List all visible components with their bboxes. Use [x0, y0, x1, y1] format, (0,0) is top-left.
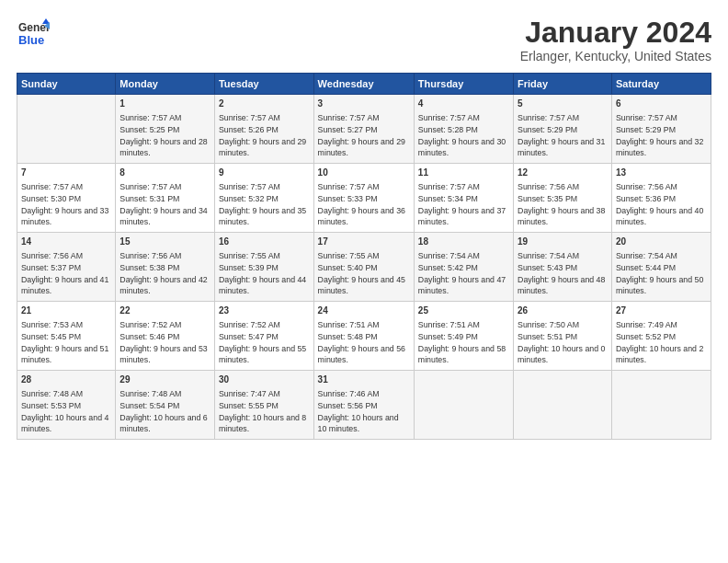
day-info: Sunrise: 7:57 AM Sunset: 5:30 PM Dayligh…	[21, 181, 111, 228]
header-monday: Monday	[116, 74, 215, 95]
day-number: 14	[21, 236, 111, 248]
day-cell: 4Sunrise: 7:57 AM Sunset: 5:28 PM Daylig…	[414, 95, 513, 164]
day-info: Sunrise: 7:56 AM Sunset: 5:35 PM Dayligh…	[518, 181, 608, 228]
day-number: 10	[318, 167, 410, 179]
day-cell: 21Sunrise: 7:53 AM Sunset: 5:45 PM Dayli…	[17, 302, 116, 371]
day-info: Sunrise: 7:57 AM Sunset: 5:33 PM Dayligh…	[318, 181, 410, 228]
day-info: Sunrise: 7:48 AM Sunset: 5:53 PM Dayligh…	[21, 388, 111, 435]
day-number: 7	[21, 167, 111, 179]
day-number: 18	[418, 236, 509, 248]
day-cell: 19Sunrise: 7:54 AM Sunset: 5:43 PM Dayli…	[514, 233, 612, 302]
header-friday: Friday	[514, 74, 612, 95]
day-info: Sunrise: 7:57 AM Sunset: 5:34 PM Dayligh…	[418, 181, 509, 228]
day-cell: 8Sunrise: 7:57 AM Sunset: 5:31 PM Daylig…	[116, 164, 215, 233]
logo-icon: General Blue	[17, 17, 50, 50]
day-cell: 15Sunrise: 7:56 AM Sunset: 5:38 PM Dayli…	[116, 233, 215, 302]
day-info: Sunrise: 7:57 AM Sunset: 5:27 PM Dayligh…	[318, 112, 410, 159]
day-info: Sunrise: 7:52 AM Sunset: 5:46 PM Dayligh…	[119, 319, 210, 366]
day-number: 3	[318, 98, 410, 110]
day-cell: 28Sunrise: 7:48 AM Sunset: 5:53 PM Dayli…	[17, 371, 116, 440]
day-info: Sunrise: 7:51 AM Sunset: 5:48 PM Dayligh…	[318, 319, 410, 366]
day-info: Sunrise: 7:54 AM Sunset: 5:43 PM Dayligh…	[518, 250, 608, 297]
day-number: 28	[21, 373, 111, 386]
header-row: Sunday Monday Tuesday Wednesday Thursday…	[17, 74, 711, 95]
day-info: Sunrise: 7:47 AM Sunset: 5:55 PM Dayligh…	[219, 388, 310, 435]
header: General Blue January 2024 Erlanger, Kent…	[17, 17, 711, 63]
day-info: Sunrise: 7:57 AM Sunset: 5:29 PM Dayligh…	[616, 112, 707, 159]
day-number: 26	[518, 304, 608, 317]
day-number: 9	[219, 167, 310, 179]
header-saturday: Saturday	[611, 74, 711, 95]
day-number: 2	[219, 98, 310, 110]
month-title: January 2024	[520, 17, 711, 49]
day-cell: 3Sunrise: 7:57 AM Sunset: 5:27 PM Daylig…	[313, 95, 414, 164]
day-cell: 25Sunrise: 7:51 AM Sunset: 5:49 PM Dayli…	[414, 302, 513, 371]
day-number: 31	[318, 373, 410, 386]
day-number: 16	[219, 236, 310, 248]
day-number: 17	[318, 236, 410, 248]
week-row-0: 1Sunrise: 7:57 AM Sunset: 5:25 PM Daylig…	[17, 95, 711, 164]
day-number: 25	[418, 304, 509, 317]
day-cell: 17Sunrise: 7:55 AM Sunset: 5:40 PM Dayli…	[313, 233, 414, 302]
day-cell: 2Sunrise: 7:57 AM Sunset: 5:26 PM Daylig…	[214, 95, 313, 164]
day-info: Sunrise: 7:56 AM Sunset: 5:37 PM Dayligh…	[21, 250, 111, 297]
day-number: 12	[518, 167, 608, 179]
week-row-1: 7Sunrise: 7:57 AM Sunset: 5:30 PM Daylig…	[17, 164, 711, 233]
week-row-3: 21Sunrise: 7:53 AM Sunset: 5:45 PM Dayli…	[17, 302, 711, 371]
day-info: Sunrise: 7:54 AM Sunset: 5:44 PM Dayligh…	[616, 250, 707, 297]
day-number: 6	[616, 98, 707, 110]
day-number: 20	[616, 236, 707, 248]
day-cell: 14Sunrise: 7:56 AM Sunset: 5:37 PM Dayli…	[17, 233, 116, 302]
day-number: 4	[418, 98, 509, 110]
title-section: January 2024 Erlanger, Kentucky, United …	[520, 17, 711, 63]
day-cell: 10Sunrise: 7:57 AM Sunset: 5:33 PM Dayli…	[313, 164, 414, 233]
day-cell: 20Sunrise: 7:54 AM Sunset: 5:44 PM Dayli…	[611, 233, 711, 302]
day-number: 21	[21, 304, 111, 317]
day-cell: 6Sunrise: 7:57 AM Sunset: 5:29 PM Daylig…	[611, 95, 711, 164]
day-number: 23	[219, 304, 310, 317]
logo: General Blue	[17, 17, 50, 50]
day-info: Sunrise: 7:52 AM Sunset: 5:47 PM Dayligh…	[219, 319, 310, 366]
day-info: Sunrise: 7:57 AM Sunset: 5:25 PM Dayligh…	[119, 112, 210, 159]
day-info: Sunrise: 7:54 AM Sunset: 5:42 PM Dayligh…	[418, 250, 509, 297]
day-cell: 26Sunrise: 7:50 AM Sunset: 5:51 PM Dayli…	[514, 302, 612, 371]
day-info: Sunrise: 7:46 AM Sunset: 5:56 PM Dayligh…	[318, 388, 410, 435]
day-info: Sunrise: 7:50 AM Sunset: 5:51 PM Dayligh…	[518, 319, 608, 366]
day-cell: 22Sunrise: 7:52 AM Sunset: 5:46 PM Dayli…	[116, 302, 215, 371]
day-info: Sunrise: 7:55 AM Sunset: 5:40 PM Dayligh…	[318, 250, 410, 297]
day-number: 29	[119, 373, 210, 386]
day-number: 11	[418, 167, 509, 179]
day-info: Sunrise: 7:57 AM Sunset: 5:31 PM Dayligh…	[119, 181, 210, 228]
day-info: Sunrise: 7:56 AM Sunset: 5:38 PM Dayligh…	[119, 250, 210, 297]
day-info: Sunrise: 7:57 AM Sunset: 5:32 PM Dayligh…	[219, 181, 310, 228]
header-tuesday: Tuesday	[214, 74, 313, 95]
day-cell: 1Sunrise: 7:57 AM Sunset: 5:25 PM Daylig…	[116, 95, 215, 164]
day-cell	[414, 371, 513, 440]
day-cell: 27Sunrise: 7:49 AM Sunset: 5:52 PM Dayli…	[611, 302, 711, 371]
day-info: Sunrise: 7:56 AM Sunset: 5:36 PM Dayligh…	[616, 181, 707, 228]
header-wednesday: Wednesday	[313, 74, 414, 95]
day-number: 8	[119, 167, 210, 179]
day-cell: 31Sunrise: 7:46 AM Sunset: 5:56 PM Dayli…	[313, 371, 414, 440]
day-info: Sunrise: 7:55 AM Sunset: 5:39 PM Dayligh…	[219, 250, 310, 297]
week-row-4: 28Sunrise: 7:48 AM Sunset: 5:53 PM Dayli…	[17, 371, 711, 440]
svg-text:Blue: Blue	[18, 33, 44, 47]
day-info: Sunrise: 7:53 AM Sunset: 5:45 PM Dayligh…	[21, 319, 111, 366]
day-cell	[17, 95, 116, 164]
week-row-2: 14Sunrise: 7:56 AM Sunset: 5:37 PM Dayli…	[17, 233, 711, 302]
day-cell: 9Sunrise: 7:57 AM Sunset: 5:32 PM Daylig…	[214, 164, 313, 233]
calendar-page: General Blue January 2024 Erlanger, Kent…	[0, 0, 728, 563]
location-title: Erlanger, Kentucky, United States	[520, 49, 711, 63]
day-number: 22	[119, 304, 210, 317]
day-cell: 23Sunrise: 7:52 AM Sunset: 5:47 PM Dayli…	[214, 302, 313, 371]
day-cell: 7Sunrise: 7:57 AM Sunset: 5:30 PM Daylig…	[17, 164, 116, 233]
day-info: Sunrise: 7:57 AM Sunset: 5:26 PM Dayligh…	[219, 112, 310, 159]
day-number: 15	[119, 236, 210, 248]
day-cell: 11Sunrise: 7:57 AM Sunset: 5:34 PM Dayli…	[414, 164, 513, 233]
header-sunday: Sunday	[17, 74, 116, 95]
day-number: 13	[616, 167, 707, 179]
day-cell: 13Sunrise: 7:56 AM Sunset: 5:36 PM Dayli…	[611, 164, 711, 233]
day-number: 30	[219, 373, 310, 386]
day-number: 19	[518, 236, 608, 248]
day-cell: 16Sunrise: 7:55 AM Sunset: 5:39 PM Dayli…	[214, 233, 313, 302]
